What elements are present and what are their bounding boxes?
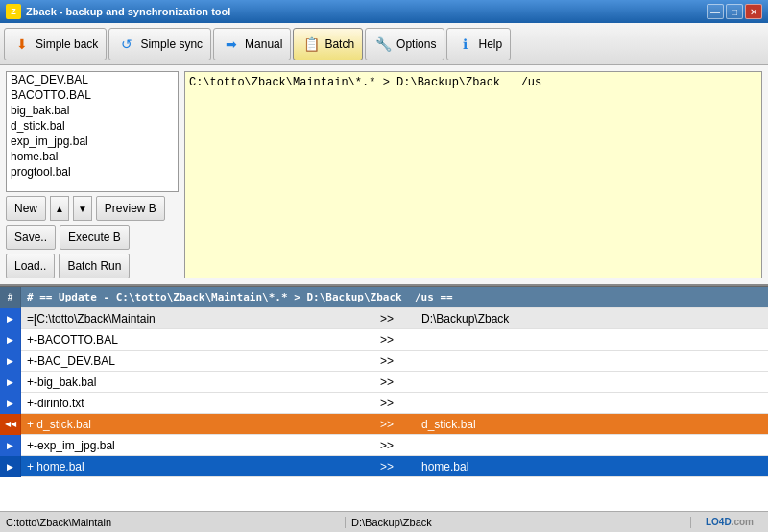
batch-label: Batch [324, 37, 354, 51]
batch-button[interactable]: 📋 Batch [293, 28, 363, 60]
manual-icon: ➡ [222, 35, 241, 54]
status-left: C:totto\Zback\Maintain [0, 517, 346, 528]
list-item[interactable]: home.bal [7, 149, 178, 164]
row-filename: +-dirinfo.txt [21, 397, 358, 410]
table-row[interactable]: ▶ =[C:\totto\Zback\Maintain >> D:\Backup… [0, 308, 768, 329]
maximize-button[interactable]: □ [726, 4, 743, 19]
table-row[interactable]: ▶ +-exp_im_jpg.bal >> [0, 435, 768, 456]
status-logo: LO4D.com [691, 517, 768, 527]
minimize-button[interactable]: — [707, 4, 724, 19]
table-row[interactable]: ▶ +-big_bak.bal >> [0, 372, 768, 393]
options-button[interactable]: 🔧 Options [365, 28, 444, 60]
table-row[interactable]: ▶ +-dirinfo.txt >> [0, 393, 768, 414]
options-icon: 🔧 [373, 35, 393, 54]
status-right: D:\Backup\Zback [346, 517, 691, 528]
simple-sync-button[interactable]: ↺ Simple sync [108, 28, 211, 60]
execute-button[interactable]: Execute B [60, 225, 130, 250]
row-arrow-icon: ▶ [0, 329, 21, 351]
app-icon: Z [6, 4, 21, 19]
batch-run-button[interactable]: Batch Run [59, 254, 130, 278]
status-bar: C:totto\Zback\Maintain D:\Backup\Zback L… [0, 511, 768, 532]
row-arrow-indicator: >> [358, 418, 416, 431]
row-arrow-indicator: >> [358, 354, 416, 368]
list-item[interactable]: progtool.bal [7, 164, 178, 180]
load-button[interactable]: Load.. [6, 254, 55, 278]
header-text: # == Update - C:\totto\Zback\Maintain\*.… [21, 291, 753, 303]
app-title: Zback - backup and synchronization tool [26, 6, 230, 17]
row-arrow-indicator: >> [358, 333, 416, 347]
lower-panel: # # == Update - C:\totto\Zback\Maintain\… [0, 286, 768, 511]
table-row[interactable]: ▶ +-BACOTTO.BAL >> [0, 329, 768, 351]
preview-button[interactable]: Preview B [96, 196, 165, 221]
down-button[interactable]: ▼ [73, 196, 92, 221]
simple-back-icon: ⬇ [12, 35, 32, 54]
row-filename: =[C:\totto\Zback\Maintain [21, 312, 358, 326]
new-button[interactable]: New [6, 196, 46, 221]
row-dest: d_stick.bal [416, 418, 753, 431]
manual-button[interactable]: ➡ Manual [213, 28, 291, 60]
row-arrow-icon: ▶ [0, 308, 21, 329]
simple-sync-label: Simple sync [140, 37, 203, 51]
main-content: BAC_DEV.BAL BACOTTO.BAL big_bak.bal d_st… [0, 65, 768, 511]
list-item[interactable]: exp_im_jpg.bal [7, 133, 178, 149]
row-filename: +-BACOTTO.BAL [21, 333, 358, 347]
button-row-2: Save.. Execute B [6, 225, 179, 250]
table-row[interactable]: ▶ + home.bal >> home.bal [0, 456, 768, 477]
row-arrow-indicator: >> [358, 312, 416, 326]
row-arrow-icon: ▶ [0, 435, 21, 456]
result-header-row: # # == Update - C:\totto\Zback\Maintain\… [0, 287, 768, 308]
row-arrow-indicator: >> [358, 439, 416, 452]
title-bar-left: Z Zback - backup and synchronization too… [6, 4, 230, 19]
simple-sync-icon: ↺ [117, 35, 136, 54]
file-list[interactable]: BAC_DEV.BAL BACOTTO.BAL big_bak.bal d_st… [6, 71, 179, 192]
simple-back-button[interactable]: ⬇ Simple back [4, 28, 107, 60]
simple-back-label: Simple back [36, 37, 98, 51]
row-arrow-indicator: >> [358, 375, 416, 389]
row-arrow-icon: ▶ [0, 372, 21, 393]
list-item[interactable]: d_stick.bal [7, 118, 178, 133]
help-icon: ℹ [455, 35, 474, 54]
list-item[interactable]: BAC_DEV.BAL [7, 72, 178, 87]
command-textarea[interactable]: C:\totto\Zback\Maintain\*.* > D:\Backup\… [184, 71, 762, 278]
file-list-container: BAC_DEV.BAL BACOTTO.BAL big_bak.bal d_st… [6, 71, 179, 278]
row-arrow-icon: ▶ [0, 393, 21, 414]
list-item[interactable]: big_bak.bal [7, 103, 178, 118]
batch-icon: 📋 [301, 35, 321, 54]
help-label: Help [478, 37, 502, 51]
up-button[interactable]: ▲ [50, 196, 69, 221]
results-scroll[interactable]: # # == Update - C:\totto\Zback\Maintain\… [0, 287, 768, 511]
help-button[interactable]: ℹ Help [446, 28, 511, 60]
row-filename: + d_stick.bal [21, 418, 358, 431]
title-bar: Z Zback - backup and synchronization too… [0, 0, 768, 23]
row-arrow-indicator: >> [358, 460, 416, 473]
row-dest: home.bal [416, 460, 753, 473]
button-row-1: New ▲ ▼ Preview B [6, 196, 179, 221]
row-filename: + home.bal [21, 460, 358, 473]
close-button[interactable]: ✕ [745, 4, 762, 19]
save-button[interactable]: Save.. [6, 225, 56, 250]
row-dest: D:\Backup\Zback [416, 312, 753, 326]
upper-panel: BAC_DEV.BAL BACOTTO.BAL big_bak.bal d_st… [0, 65, 768, 286]
row-arrow-icon: ▶ [0, 456, 21, 477]
table-row[interactable]: ▶ +-BAC_DEV.BAL >> [0, 351, 768, 372]
row-arrow-back-icon: ◀◀ [0, 414, 21, 435]
window-controls: — □ ✕ [707, 4, 762, 19]
row-arrow-indicator: >> [358, 397, 416, 410]
manual-label: Manual [245, 37, 282, 51]
button-row-3: Load.. Batch Run [6, 254, 179, 278]
row-filename: +-big_bak.bal [21, 375, 358, 389]
header-icon: # [0, 287, 21, 308]
row-filename: +-exp_im_jpg.bal [21, 439, 358, 452]
row-arrow-icon: ▶ [0, 351, 21, 372]
command-area: C:\totto\Zback\Maintain\*.* > D:\Backup\… [184, 71, 762, 278]
list-item[interactable]: BACOTTO.BAL [7, 87, 178, 103]
toolbar: ⬇ Simple back ↺ Simple sync ➡ Manual 📋 B… [0, 23, 768, 65]
table-row[interactable]: ◀◀ + d_stick.bal >> d_stick.bal [0, 414, 768, 435]
row-filename: +-BAC_DEV.BAL [21, 354, 358, 368]
options-label: Options [396, 37, 436, 51]
